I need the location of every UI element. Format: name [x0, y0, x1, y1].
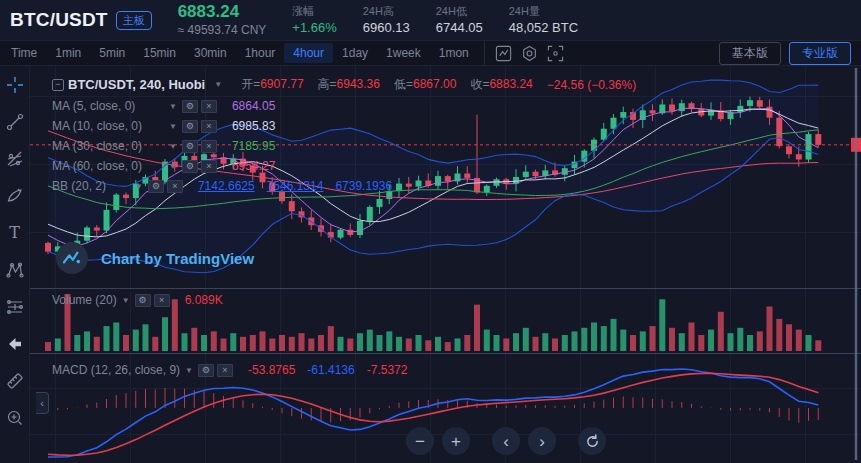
- interval-30min[interactable]: 30min: [185, 43, 236, 63]
- interval-1mon[interactable]: 1mon: [430, 43, 478, 63]
- ma30-caret[interactable]: ▼: [169, 142, 177, 151]
- toolbar-icon-group: [484, 41, 569, 65]
- ma30-settings-gear-icon[interactable]: ⚙: [182, 140, 198, 153]
- macd-legend: MACD (12, 26, close, 9) ▼ ⚙ × -53.8765 -…: [52, 363, 407, 377]
- zoom-in-button[interactable]: +: [442, 427, 470, 455]
- drawing-toolbar: T: [0, 66, 30, 463]
- change-text: −24.56 (−0.36%): [547, 78, 636, 92]
- indicator-row-ma30: MA (30, close, 0) ▼ ⚙ × 7185.95: [52, 139, 275, 153]
- interval-time[interactable]: Time: [2, 43, 46, 63]
- indicator-row-bb: BB (20, 2) ▼ ⚙ × 7142.6625 7546.1314 673…: [52, 179, 392, 193]
- stat-24h-high: 24H高 6960.13: [363, 5, 410, 36]
- ma5-remove-icon[interactable]: ×: [201, 100, 217, 113]
- ma30-remove-icon[interactable]: ×: [201, 140, 217, 153]
- interval-4hour-selected[interactable]: 4hour: [284, 43, 333, 63]
- crosshair-tool[interactable]: [5, 75, 25, 95]
- legend-symbol: BTC/USDT, 240, Huobi: [68, 77, 205, 92]
- reset-view-button[interactable]: [578, 427, 606, 455]
- interval-5min[interactable]: 5min: [90, 43, 134, 63]
- interval-1week[interactable]: 1week: [377, 43, 430, 63]
- ma10-settings-gear-icon[interactable]: ⚙: [182, 120, 198, 133]
- ma10-caret[interactable]: ▼: [169, 122, 177, 131]
- indicator-settings-icon[interactable]: [517, 41, 543, 65]
- chart-nav-controls: − + ‹ ›: [406, 427, 606, 455]
- pro-edition-button[interactable]: 专业版: [789, 42, 851, 65]
- symbol-title: BTC/USDT: [10, 9, 108, 31]
- interval-1hour[interactable]: 1hour: [236, 43, 285, 63]
- xabcd-pattern-tool[interactable]: [5, 260, 25, 280]
- bb-settings-gear-icon[interactable]: ⚙: [148, 180, 164, 193]
- indicator-row-ma10: MA (10, close, 0) ▼ ⚙ × 6985.83: [52, 119, 275, 133]
- macd-settings-gear-icon[interactable]: ⚙: [198, 364, 214, 377]
- interval-15min[interactable]: 15min: [134, 43, 185, 63]
- stat-24h-volume: 24H量 48,052 BTC: [509, 5, 578, 36]
- text-tool[interactable]: T: [5, 223, 25, 243]
- indicator-row-ma5: MA (5, close, 0) ▼ ⚙ × 6864.05: [52, 99, 275, 113]
- trading-chart-page: { "header": { "pair": "BTC/USDT", "board…: [0, 0, 861, 463]
- trend-line-tool[interactable]: [5, 112, 25, 132]
- stat-24h-low: 24H低 6744.05: [436, 5, 483, 36]
- volume-remove-icon[interactable]: ×: [154, 294, 170, 307]
- ma10-remove-icon[interactable]: ×: [201, 120, 217, 133]
- bb-remove-icon[interactable]: ×: [167, 180, 183, 193]
- brush-tool[interactable]: [5, 186, 25, 206]
- volume-caret[interactable]: ▼: [122, 296, 130, 305]
- bb-caret[interactable]: ▼: [135, 182, 143, 191]
- zoom-in-tool[interactable]: [5, 408, 25, 428]
- fullscreen-icon[interactable]: [543, 41, 569, 65]
- zoom-out-button[interactable]: −: [406, 427, 434, 455]
- volume-legend: Volume (20) ▼ ⚙ × 6.089K: [52, 293, 223, 307]
- interval-1day[interactable]: 1day: [333, 43, 377, 63]
- pan-left-button[interactable]: ‹: [492, 427, 520, 455]
- tradingview-logo-icon: [56, 242, 88, 274]
- ma60-settings-gear-icon[interactable]: ⚙: [182, 160, 198, 173]
- collapse-legend-icon[interactable]: −: [52, 79, 64, 91]
- basic-edition-button[interactable]: 基本版: [719, 42, 781, 65]
- candle-style-icon[interactable]: [491, 41, 517, 65]
- forecast-tool[interactable]: [5, 297, 25, 317]
- gann-fib-tool[interactable]: [5, 149, 25, 169]
- macd-caret[interactable]: ▼: [185, 366, 193, 375]
- stat-change: 涨幅 +1.66%: [292, 5, 336, 36]
- symbol-dropdown-caret[interactable]: ▼: [214, 80, 222, 89]
- edition-switch: 基本版 专业版: [719, 42, 851, 65]
- workspace: T − BTC/USDT, 240, Huobi ▼ 开=6907.77 高=6…: [0, 66, 861, 463]
- reset-icon: [585, 434, 600, 449]
- tradingview-watermark[interactable]: Chart by TradingView: [56, 242, 254, 274]
- volume-settings-gear-icon[interactable]: ⚙: [135, 294, 151, 307]
- chart-toolbar: Time 1min 5min 15min 30min 1hour 4hour 1…: [0, 40, 861, 66]
- watermark-text: Chart by TradingView: [101, 250, 254, 267]
- indicator-row-ma60: MA (60, close, 0) ▼ ⚙ × 6954.27: [52, 159, 275, 173]
- last-price: 6883.24: [178, 3, 267, 22]
- ma5-caret[interactable]: ▼: [169, 102, 177, 111]
- measure-tool[interactable]: [5, 371, 25, 391]
- price-block: 6883.24 ≈ 49593.74 CNY: [178, 3, 267, 37]
- fiat-price: ≈ 49593.74 CNY: [178, 24, 267, 37]
- interval-1min[interactable]: 1min: [46, 43, 90, 63]
- chart-area: − BTC/USDT, 240, Huobi ▼ 开=6907.77 高=694…: [30, 66, 861, 463]
- board-badge: 主板: [116, 11, 152, 30]
- ma5-settings-gear-icon[interactable]: ⚙: [182, 100, 198, 113]
- main-legend: − BTC/USDT, 240, Huobi ▼ 开=6907.77 高=694…: [52, 76, 636, 93]
- macd-remove-icon[interactable]: ×: [217, 364, 233, 377]
- panel-collapse-handle[interactable]: ‹: [36, 392, 49, 414]
- ma60-caret[interactable]: ▼: [169, 162, 177, 171]
- ma60-remove-icon[interactable]: ×: [201, 160, 217, 173]
- hide-drawings-arrow[interactable]: [5, 334, 25, 354]
- pan-right-button[interactable]: ›: [528, 427, 556, 455]
- header: BTC/USDT 主板 6883.24 ≈ 49593.74 CNY 涨幅 +1…: [0, 0, 861, 40]
